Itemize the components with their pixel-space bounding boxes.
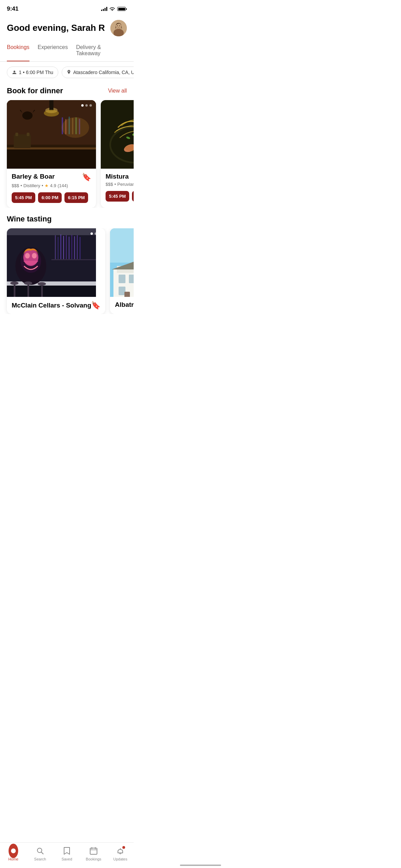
mistura-card-body: Mistura $$$ • Peruvian • 5:45 PM 6:… — [101, 169, 134, 206]
restaurant-card-mcclain: McClain Cellars - Solvang 🔖 — [7, 228, 105, 314]
location-label: Atascadero California, CA, United St... — [73, 70, 134, 75]
wine-title: Wine tasting — [7, 215, 52, 224]
time-btn-3[interactable]: 6:15 PM — [64, 192, 88, 203]
svg-rect-57 — [41, 284, 43, 297]
svg-rect-59 — [7, 228, 96, 235]
guests-filter[interactable]: 1 • 6:00 PM Thu — [7, 67, 58, 78]
dinner-cards: Barley & Boar 🔖 $$$ • Distillery • ★ 4.9… — [0, 100, 134, 208]
avatar[interactable] — [110, 20, 127, 36]
svg-point-7 — [69, 71, 70, 72]
dot-3 — [89, 104, 92, 107]
dot-m2 — [95, 232, 97, 235]
barley-image-dots — [81, 104, 92, 107]
svg-rect-37 — [55, 235, 56, 259]
svg-rect-46 — [80, 237, 81, 259]
mistura-meta: $$$ • Peruvian • — [106, 182, 134, 187]
mistura-times: 5:45 PM 6:… — [106, 191, 134, 202]
dot-m3 — [99, 232, 101, 235]
dot-1 — [81, 104, 84, 107]
restaurant-card-albatross: Albatross Rid... — [110, 228, 134, 314]
barley-photo — [7, 100, 96, 169]
dot-2 — [85, 104, 88, 107]
svg-rect-42 — [69, 237, 70, 259]
svg-rect-47 — [51, 259, 96, 260]
dot-m1 — [90, 232, 93, 235]
svg-rect-65 — [119, 275, 125, 283]
greeting-text: Good evening, Sarah R — [7, 23, 105, 33]
status-time: 9:41 — [7, 5, 19, 12]
barley-times: 5:45 PM 6:00 PM 6:15 PM — [12, 192, 91, 203]
restaurant-card-mistura: Mistura $$$ • Peruvian • 5:45 PM 6:… — [101, 100, 134, 208]
dinner-title: Book for dinner — [7, 86, 63, 95]
svg-rect-53 — [14, 283, 15, 297]
svg-rect-40 — [63, 236, 64, 259]
wifi-icon — [109, 7, 115, 11]
albatross-name: Albatross Rid... — [115, 301, 134, 308]
svg-rect-55 — [27, 283, 29, 297]
tab-bar: Bookings Experiences Delivery & Takeaway — [0, 41, 134, 62]
mcclain-bookmark[interactable]: 🔖 — [91, 301, 100, 310]
svg-rect-39 — [60, 234, 61, 259]
svg-point-58 — [38, 282, 46, 286]
svg-rect-22 — [15, 133, 18, 136]
card-image-mcclain — [7, 228, 105, 297]
svg-point-5 — [119, 25, 120, 26]
svg-rect-43 — [71, 235, 72, 259]
guests-label: 1 • 6:00 PM Thu — [19, 70, 53, 75]
svg-rect-11 — [49, 100, 53, 110]
svg-rect-45 — [77, 235, 78, 259]
mcclain-name: McClain Cellars - Solvang — [12, 302, 91, 309]
filters-bar: 1 • 6:00 PM Thu Atascadero California, C… — [0, 62, 134, 83]
barley-name: Barley & Boar — [12, 173, 55, 180]
dinner-view-all[interactable]: View all — [108, 88, 127, 94]
svg-rect-66 — [129, 275, 134, 283]
mistura-time-btn-1[interactable]: 5:45 PM — [106, 191, 129, 202]
header: Good evening, Sarah R — [0, 16, 134, 41]
tab-delivery[interactable]: Delivery & Takeaway — [76, 41, 127, 61]
svg-rect-36 — [7, 281, 96, 286]
svg-point-4 — [117, 25, 118, 26]
card-image-mistura — [101, 100, 134, 169]
albatross-name-row: Albatross Rid... — [110, 297, 134, 313]
wine-cards: McClain Cellars - Solvang 🔖 — [0, 228, 134, 314]
svg-point-6 — [14, 71, 15, 72]
svg-point-52 — [32, 253, 37, 258]
mcclain-image-dots — [90, 232, 101, 235]
location-icon — [67, 70, 71, 75]
svg-point-54 — [10, 281, 19, 285]
wine-tasting-section: Wine tasting — [0, 211, 134, 314]
mistura-name-row: Mistura — [106, 173, 134, 180]
svg-point-12 — [44, 110, 59, 117]
svg-rect-41 — [66, 235, 67, 259]
time-btn-2[interactable]: 6:00 PM — [38, 192, 62, 203]
svg-point-56 — [24, 281, 32, 285]
barley-bookmark[interactable]: 🔖 — [82, 173, 91, 182]
battery-icon — [117, 7, 127, 11]
card-image-barley — [7, 100, 96, 169]
dinner-section-header: Book for dinner View all — [0, 83, 134, 100]
svg-point-25 — [62, 117, 89, 138]
person-icon — [12, 70, 17, 75]
wine-section-header: Wine tasting — [0, 211, 134, 228]
barley-card-body: Barley & Boar 🔖 $$$ • Distillery • ★ 4.9… — [7, 169, 96, 208]
svg-rect-68 — [124, 292, 130, 297]
signal-icon — [101, 7, 107, 11]
svg-rect-61 — [110, 228, 134, 263]
svg-rect-21 — [14, 134, 31, 148]
tab-experiences[interactable]: Experiences — [38, 41, 68, 61]
tab-bookings[interactable]: Bookings — [7, 41, 29, 61]
time-btn-1[interactable]: 5:45 PM — [12, 192, 35, 203]
status-icons — [101, 7, 127, 11]
restaurant-card-barley: Barley & Boar 🔖 $$$ • Distillery • ★ 4.9… — [7, 100, 96, 208]
mcclain-name-row: McClain Cellars - Solvang 🔖 — [7, 297, 105, 314]
star-icon: ★ — [45, 183, 49, 188]
card-image-albatross — [110, 228, 134, 297]
barley-name-row: Barley & Boar 🔖 — [12, 173, 91, 182]
svg-rect-44 — [74, 236, 75, 259]
svg-point-51 — [25, 253, 30, 258]
svg-rect-38 — [58, 237, 59, 259]
mistura-name: Mistura — [106, 173, 129, 180]
location-filter[interactable]: Atascadero California, CA, United St... — [62, 67, 134, 78]
svg-rect-23 — [27, 133, 29, 136]
mistura-time-btn-2[interactable]: 6:… — [132, 191, 134, 202]
